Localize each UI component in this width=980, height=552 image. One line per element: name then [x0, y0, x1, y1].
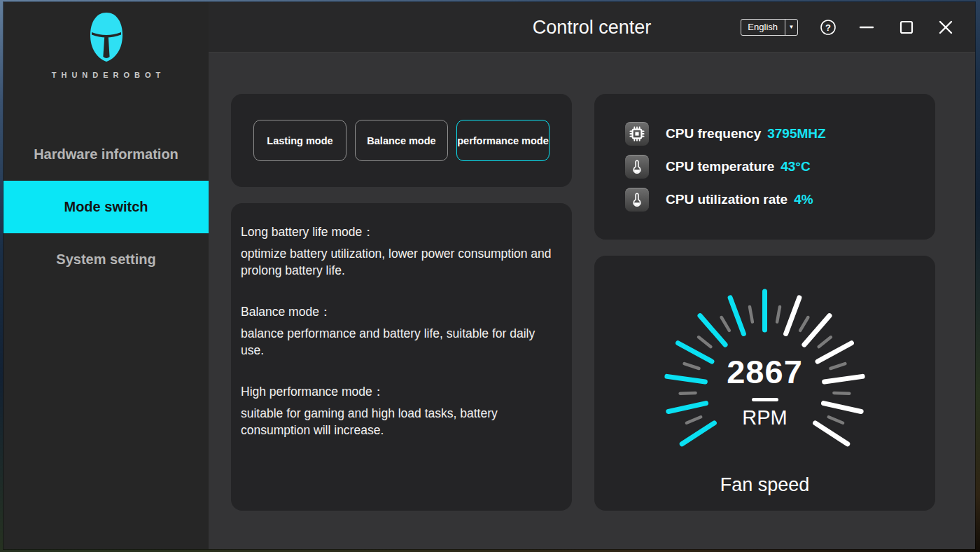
maximize-icon [897, 18, 916, 36]
main-content: Lasting mode Balance mode performance mo… [209, 53, 975, 549]
fan-readout: 2867 RPM [594, 355, 935, 429]
stat-label: CPU temperature [666, 159, 774, 174]
close-icon [937, 18, 955, 36]
stat-value: 3795MHZ [767, 126, 825, 142]
thunderobot-helmet-icon [84, 11, 129, 64]
titlebar: Control center English ▼ ? [209, 2, 975, 53]
sidebar-item-hardware-information[interactable]: Hardware information [4, 128, 209, 181]
sidebar-item-mode-switch[interactable]: Mode switch [4, 181, 209, 233]
fan-rpm-unit: RPM [594, 406, 935, 429]
minimize-button[interactable] [858, 18, 876, 36]
description-body: suitable for gaming and high load tasks,… [241, 405, 558, 439]
description-body: optimize battery utilization, lower powe… [241, 245, 558, 279]
cpu-utilization-row: CPU utilization rate 4% [625, 188, 935, 212]
stat-value: 4% [794, 192, 813, 207]
description-high-performance: High performance mode： suitable for gami… [241, 382, 558, 439]
thermometer-icon [625, 155, 649, 179]
fan-speed-card: 2867 RPM Fan speed [594, 256, 935, 511]
description-long-battery: Long battery life mode： optimize battery… [241, 223, 558, 279]
cpu-stats-card: CPU frequency 3795MHZ CPU temperature 43… [594, 94, 935, 240]
fan-speed-label: Fan speed [594, 474, 935, 496]
description-balance: Balance mode： balance performance and ba… [241, 303, 558, 359]
mode-descriptions-card: Long battery life mode： optimize battery… [231, 203, 572, 511]
chevron-down-icon[interactable]: ▼ [785, 20, 797, 35]
language-selector[interactable]: English ▼ [741, 19, 798, 36]
stat-label: CPU frequency [666, 126, 761, 142]
mode-button-row: Lasting mode Balance mode performance mo… [231, 94, 572, 161]
help-icon: ? [820, 19, 836, 36]
thermometer-icon [625, 188, 649, 212]
fan-dash-divider [752, 398, 778, 401]
stat-value: 43°C [780, 159, 810, 174]
description-heading: Long battery life mode： [241, 223, 558, 241]
description-body: balance performance and battery life, su… [241, 325, 558, 359]
maximize-button[interactable] [897, 18, 916, 36]
sidebar-item-system-setting[interactable]: System setting [4, 233, 209, 286]
mode-switch-card: Lasting mode Balance mode performance mo… [231, 94, 572, 187]
balance-mode-button[interactable]: Balance mode [355, 120, 448, 161]
cpu-chip-icon [625, 122, 649, 146]
language-selector-value: English [741, 20, 785, 35]
stat-label: CPU utilization rate [666, 192, 788, 207]
svg-text:?: ? [825, 22, 831, 32]
performance-mode-button[interactable]: performance mode [456, 120, 550, 161]
cpu-temperature-row: CPU temperature 43°C [625, 155, 935, 179]
cpu-frequency-row: CPU frequency 3795MHZ [625, 122, 935, 146]
sidebar-menu: Hardware information Mode switch System … [4, 128, 209, 286]
brand-logo: THUNDEROBOT [4, 2, 209, 79]
description-heading: High performance mode： [241, 382, 558, 401]
minimize-icon [858, 18, 876, 36]
help-button[interactable]: ? [820, 19, 836, 36]
description-heading: Balance mode： [241, 303, 558, 321]
lasting-mode-button[interactable]: Lasting mode [253, 120, 346, 161]
brand-name: THUNDEROBOT [4, 71, 209, 79]
close-button[interactable] [937, 18, 955, 36]
sidebar: THUNDEROBOT Hardware information Mode sw… [4, 2, 209, 549]
app-window: THUNDEROBOT Hardware information Mode sw… [4, 2, 975, 549]
fan-rpm-value: 2867 [594, 355, 935, 388]
